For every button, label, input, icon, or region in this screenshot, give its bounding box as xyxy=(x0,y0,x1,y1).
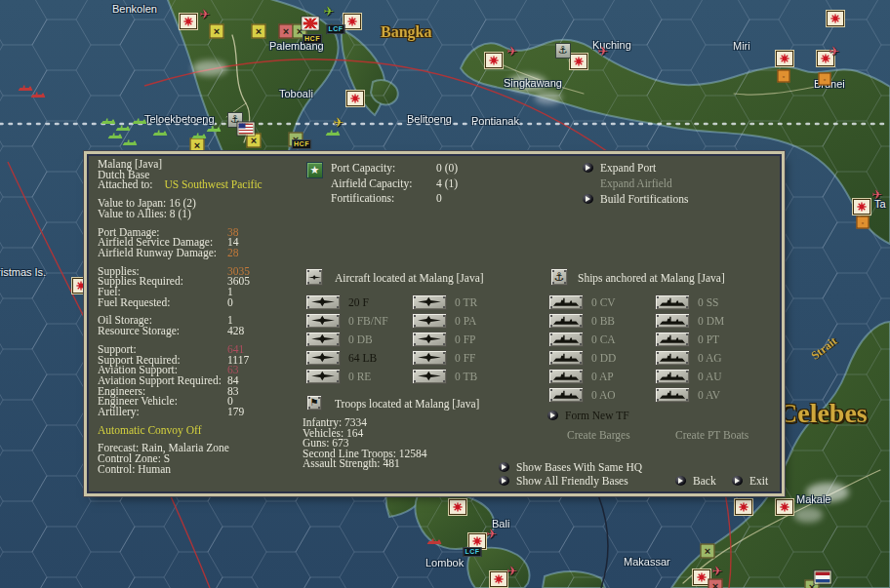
form-new-tf-button[interactable]: Form New TF xyxy=(547,410,629,421)
aircraft-type-button[interactable] xyxy=(305,313,341,329)
ground-unit-marker[interactable]: × xyxy=(252,24,266,39)
ground-unit-marker[interactable]: × xyxy=(279,24,294,39)
unit-count: 0 CV xyxy=(591,296,616,308)
ship-type-button[interactable] xyxy=(548,332,584,347)
aircraft-type-button[interactable] xyxy=(412,294,447,310)
capacity-row: Port Capacity:0 (0) xyxy=(331,161,506,176)
aircraft-type-button[interactable] xyxy=(305,294,341,310)
map-label: Teloekbetoeng xyxy=(144,113,215,125)
ship-type-button[interactable] xyxy=(548,313,584,329)
unit-row: 0 AO xyxy=(548,385,616,404)
supply-unit-marker[interactable]: ▫ xyxy=(857,216,870,229)
uk-flag-marker[interactable] xyxy=(303,18,319,30)
naval-unit-marker[interactable] xyxy=(31,91,46,98)
command-tag-marker[interactable]: LCF xyxy=(463,547,481,557)
show-all-friendly-bases-button[interactable]: Show All Friendly Bases xyxy=(499,475,628,487)
air-unit-marker[interactable]: ✈ xyxy=(334,116,344,129)
back-button[interactable]: Back xyxy=(675,475,716,487)
ship-type-button[interactable] xyxy=(655,313,690,329)
supply-unit-marker[interactable]: ▫ xyxy=(778,70,790,83)
expand-airfield-button: Expand Airfield xyxy=(600,177,672,189)
ground-unit-marker[interactable]: × xyxy=(190,138,205,153)
air-unit-marker[interactable]: ✈ xyxy=(487,528,498,540)
aircraft-type-button[interactable] xyxy=(412,332,447,347)
unit-row: 64 LB xyxy=(305,348,388,367)
troops-section-icon[interactable]: ⚑ xyxy=(306,395,322,411)
japanese-base-marker[interactable] xyxy=(853,199,870,215)
stat-row: Supplies Required:3605 xyxy=(98,276,320,287)
air-unit-marker[interactable]: ✈ xyxy=(507,565,518,577)
japanese-base-marker[interactable] xyxy=(570,54,587,69)
anchor-marker[interactable]: ⚓ xyxy=(555,43,571,59)
create-pt-boats-button: Create PT Boats xyxy=(675,429,748,441)
ships-section-icon[interactable]: ⚓ xyxy=(550,268,568,286)
naval-unit-marker[interactable] xyxy=(116,124,131,132)
japanese-base-marker[interactable] xyxy=(180,14,197,29)
map-label: Benkolen xyxy=(112,3,157,15)
show-bases-same-hq-button[interactable]: Show Bases With Same HQ xyxy=(499,461,642,473)
japanese-base-marker[interactable] xyxy=(485,53,503,68)
air-unit-marker[interactable]: ✈ xyxy=(598,45,609,58)
exit-button[interactable]: Exit xyxy=(732,475,768,487)
naval-unit-marker[interactable] xyxy=(192,132,207,139)
aircraft-type-button[interactable] xyxy=(305,332,341,347)
air-unit-marker[interactable]: ✈ xyxy=(507,45,518,58)
naval-unit-marker[interactable] xyxy=(108,132,123,139)
ship-type-button[interactable] xyxy=(548,350,584,366)
air-unit-marker[interactable]: ✈ xyxy=(829,45,840,58)
port-star-button[interactable]: ★ xyxy=(306,162,323,178)
japanese-base-marker[interactable] xyxy=(344,14,361,29)
command-tag-marker[interactable]: LCF xyxy=(326,24,344,34)
command-tag-marker[interactable]: HCF xyxy=(303,34,322,44)
unit-count: 0 FF xyxy=(455,352,475,364)
naval-unit-marker[interactable] xyxy=(153,129,168,137)
naval-unit-marker[interactable] xyxy=(207,125,222,133)
aircraft-type-button[interactable] xyxy=(412,313,447,329)
expand-port-button[interactable]: Expand Port xyxy=(583,162,656,174)
naval-unit-marker[interactable] xyxy=(133,117,147,125)
troop-stat: Infantry: 7334 xyxy=(303,417,426,428)
aircraft-type-button[interactable] xyxy=(305,350,341,366)
ship-type-button[interactable] xyxy=(655,294,690,310)
ship-type-button[interactable] xyxy=(655,350,690,366)
japanese-base-marker[interactable] xyxy=(735,499,752,515)
unit-count: 0 AO xyxy=(591,389,616,401)
aircraft-type-button[interactable] xyxy=(305,369,341,384)
ground-unit-marker[interactable]: × xyxy=(210,24,224,39)
us-flag-marker[interactable] xyxy=(238,123,255,136)
naval-unit-marker[interactable] xyxy=(123,138,138,146)
unit-row: 20 F xyxy=(305,293,388,311)
ground-unit-marker[interactable]: × xyxy=(701,544,715,559)
build-fortifications-button[interactable]: Build Fortifications xyxy=(583,193,688,205)
aircraft-section-icon[interactable] xyxy=(305,268,323,286)
air-unit-marker[interactable]: ✈ xyxy=(200,8,211,20)
ship-type-button[interactable] xyxy=(548,369,584,384)
naval-unit-marker[interactable] xyxy=(326,129,341,137)
ship-type-button[interactable] xyxy=(548,387,584,403)
japanese-base-marker[interactable] xyxy=(776,499,793,515)
japanese-base-marker[interactable] xyxy=(827,11,844,26)
ship-type-button[interactable] xyxy=(655,369,690,384)
air-unit-marker[interactable]: ✈ xyxy=(324,5,335,18)
game-screen: { "panel": { "header": { "name": "Malang… xyxy=(0,0,890,588)
attached-hq-link[interactable]: US Southwest Pacific xyxy=(164,178,262,190)
aircraft-type-button[interactable] xyxy=(412,350,447,366)
air-unit-marker[interactable]: ✈ xyxy=(712,565,723,577)
japanese-base-marker[interactable] xyxy=(449,499,466,515)
naval-unit-marker[interactable] xyxy=(101,117,116,125)
ship-type-button[interactable] xyxy=(548,294,584,310)
ground-unit-marker[interactable]: × xyxy=(247,134,262,148)
aircraft-type-button[interactable] xyxy=(412,369,447,384)
japanese-base-marker[interactable] xyxy=(346,91,364,106)
ship-type-button[interactable] xyxy=(655,332,690,347)
command-tag-marker[interactable]: HCF xyxy=(292,139,311,149)
naval-unit-marker[interactable] xyxy=(427,537,442,545)
japanese-base-marker[interactable] xyxy=(776,51,793,66)
japanese-base-marker[interactable] xyxy=(490,571,507,587)
supply-unit-marker[interactable]: ▫ xyxy=(819,73,831,86)
air-unit-marker[interactable]: ✈ xyxy=(872,188,883,201)
stat-value: 428 xyxy=(227,326,244,336)
ship-type-button[interactable] xyxy=(655,387,690,403)
ground-unit-marker[interactable]: × xyxy=(708,579,723,588)
dutch-flag-marker[interactable] xyxy=(815,571,831,584)
